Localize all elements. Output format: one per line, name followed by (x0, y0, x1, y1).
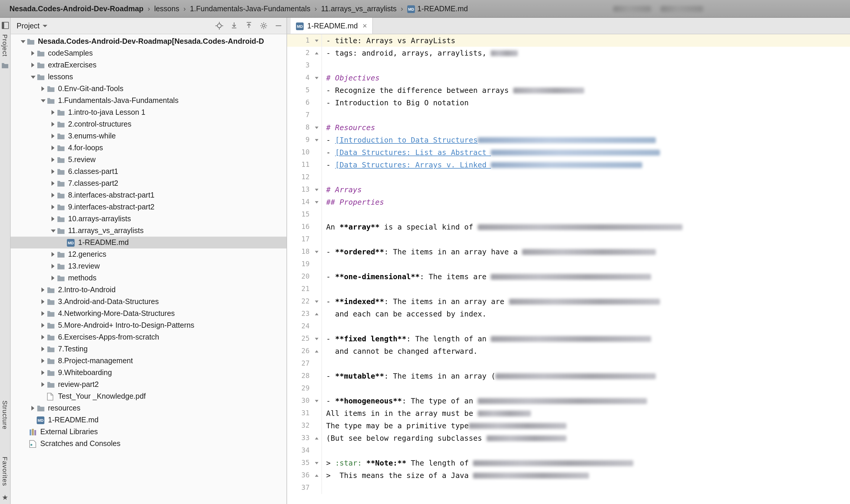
tree-item[interactable]: MD1-README.md (11, 414, 286, 426)
chevron-collapsed-icon[interactable] (49, 178, 57, 189)
editor-line[interactable]: 1- title: Arrays vs ArrayLists (287, 34, 850, 47)
tree-item[interactable]: 11.arrays_vs_arraylists (11, 225, 286, 237)
editor-line[interactable]: 15 (287, 208, 850, 221)
chevron-collapsed-icon[interactable] (39, 331, 47, 343)
editor-line[interactable]: 27 (287, 357, 850, 370)
tool-button-structure[interactable]: Structure (1, 400, 8, 430)
chevron-collapsed-icon[interactable] (29, 47, 37, 59)
editor-line[interactable]: 9- [Introduction to Data Structures (287, 134, 850, 146)
fold-icon[interactable] (312, 469, 322, 482)
tree-item[interactable]: 2.Intro-to-Android (11, 284, 286, 296)
editor-line[interactable]: 33(But see below regarding subclasses (287, 432, 850, 444)
editor-line[interactable]: 8# Resources (287, 121, 850, 134)
editor-line[interactable]: 13# Arrays (287, 183, 850, 196)
editor-line[interactable]: 31All items in in the array must be (287, 407, 850, 419)
chevron-collapsed-icon[interactable] (39, 284, 47, 296)
fold-icon[interactable] (312, 432, 322, 444)
tree-item[interactable]: methods (11, 272, 286, 284)
chevron-collapsed-icon[interactable] (39, 308, 47, 320)
tree-item[interactable]: codeSamples (11, 47, 286, 59)
tree-item[interactable]: 9.interfaces-abstract-part2 (11, 201, 286, 213)
editor-line[interactable]: 3 (287, 59, 850, 72)
editor-line[interactable]: 26 and cannot be changed afterward. (287, 345, 850, 357)
settings-gear-icon[interactable] (259, 21, 268, 31)
fold-icon[interactable] (312, 196, 322, 208)
editor-line[interactable]: 28- **mutable**: The items in an array ( (287, 370, 850, 382)
chevron-collapsed-icon[interactable] (49, 107, 57, 118)
editor[interactable]: 1- title: Arrays vs ArrayLists2- tags: a… (287, 34, 850, 504)
chevron-collapsed-icon[interactable] (49, 189, 57, 201)
editor-line[interactable]: 12 (287, 171, 850, 183)
tree-item[interactable]: 5.review (11, 154, 286, 166)
tree-item[interactable]: Scratches and Consoles (11, 438, 286, 450)
chevron-collapsed-icon[interactable] (39, 355, 47, 367)
tree-item[interactable]: lessons (11, 71, 286, 83)
tree-item[interactable]: 6.classes-part1 (11, 166, 286, 178)
editor-line[interactable]: 21 (287, 283, 850, 295)
editor-line[interactable]: 11- [Data Structures: Arrays v. Linked (287, 159, 850, 171)
tree-item[interactable]: 0.Env-Git-and-Tools (11, 83, 286, 95)
chevron-collapsed-icon[interactable] (39, 367, 47, 379)
tool-button-favorites[interactable]: Favorites (1, 457, 8, 487)
chevron-collapsed-icon[interactable] (29, 59, 37, 71)
tree-item[interactable]: 9.Whiteboarding (11, 367, 286, 379)
tree-item[interactable]: 3.enums-while (11, 130, 286, 142)
breadcrumb-item[interactable]: 1-README.md (417, 4, 468, 13)
fold-icon[interactable] (312, 395, 322, 407)
editor-line[interactable]: 5- Recognize the difference between arra… (287, 84, 850, 96)
tree-item[interactable]: Nesada.Codes-Android-Dev-Roadmap [Nesada… (11, 36, 286, 47)
fold-icon[interactable] (312, 308, 322, 320)
tree-item[interactable]: resources (11, 402, 286, 414)
tree-item[interactable]: 4.Networking-More-Data-Structures (11, 308, 286, 320)
tree-item[interactable]: 4.for-loops (11, 142, 286, 154)
tree-item[interactable]: 2.control-structures (11, 118, 286, 130)
chevron-expanded-icon[interactable] (49, 225, 57, 237)
collapse-all-icon[interactable] (244, 21, 253, 31)
tree-item[interactable]: 12.generics (11, 249, 286, 260)
fold-icon[interactable] (312, 332, 322, 345)
chevron-collapsed-icon[interactable] (49, 142, 57, 154)
tree-item[interactable]: 5.More-Android+ Intro-to-Design-Patterns (11, 320, 286, 331)
editor-line[interactable]: 24 (287, 320, 850, 332)
tree-item[interactable]: 1.Fundamentals-Java-Fundamentals (11, 95, 286, 107)
fold-icon[interactable] (312, 34, 322, 47)
chevron-collapsed-icon[interactable] (49, 130, 57, 142)
chevron-collapsed-icon[interactable] (49, 118, 57, 130)
editor-line[interactable]: 20- **one-dimensional**: The items are (287, 270, 850, 283)
editor-line[interactable]: 37 (287, 482, 850, 494)
chevron-collapsed-icon[interactable] (49, 260, 57, 272)
chevron-collapsed-icon[interactable] (39, 379, 47, 391)
editor-line[interactable]: 32The type may be a primitive type (287, 419, 850, 432)
editor-line[interactable]: 16An **array** is a special kind of (287, 221, 850, 233)
tree-item[interactable]: 1.intro-to-java Lesson 1 (11, 107, 286, 118)
close-icon[interactable]: × (362, 21, 367, 30)
project-view-selector[interactable]: Project (17, 22, 47, 30)
editor-line[interactable]: 22- **indexed**: The items in an array a… (287, 295, 850, 308)
tree-item[interactable]: 7.Testing (11, 343, 286, 355)
expand-all-icon[interactable] (229, 21, 238, 31)
tree-item[interactable]: External Libraries (11, 426, 286, 438)
tree-item[interactable]: 10.arrays-arraylists (11, 213, 286, 225)
tree-item[interactable]: extraExercises (11, 59, 286, 71)
editor-line[interactable]: 14## Properties (287, 196, 850, 208)
editor-line[interactable]: 19 (287, 258, 850, 270)
fold-icon[interactable] (312, 134, 322, 146)
editor-tab[interactable]: MD1-README.md× (290, 18, 373, 34)
chevron-collapsed-icon[interactable] (49, 166, 57, 178)
locate-file-icon[interactable] (214, 21, 224, 31)
tool-button-project[interactable]: Project (1, 34, 8, 57)
editor-line[interactable]: 23 and each can be accessed by index. (287, 308, 850, 320)
fold-icon[interactable] (312, 72, 322, 84)
editor-line[interactable]: 30- **homogeneous**: The type of an (287, 395, 850, 407)
editor-line[interactable]: 36> This means the size of a Java (287, 469, 850, 482)
editor-line[interactable]: 34 (287, 444, 850, 457)
editor-line[interactable]: 35> :star: **Note:** The length of (287, 457, 850, 469)
chevron-collapsed-icon[interactable] (39, 83, 47, 95)
fold-icon[interactable] (312, 295, 322, 308)
fold-icon[interactable] (312, 246, 322, 258)
chevron-collapsed-icon[interactable] (49, 154, 57, 166)
chevron-collapsed-icon[interactable] (39, 343, 47, 355)
tree-item[interactable]: 8.Project-management (11, 355, 286, 367)
editor-line[interactable]: 25- **fixed length**: The length of an (287, 332, 850, 345)
tree-item[interactable]: MD1-README.md (11, 237, 286, 249)
